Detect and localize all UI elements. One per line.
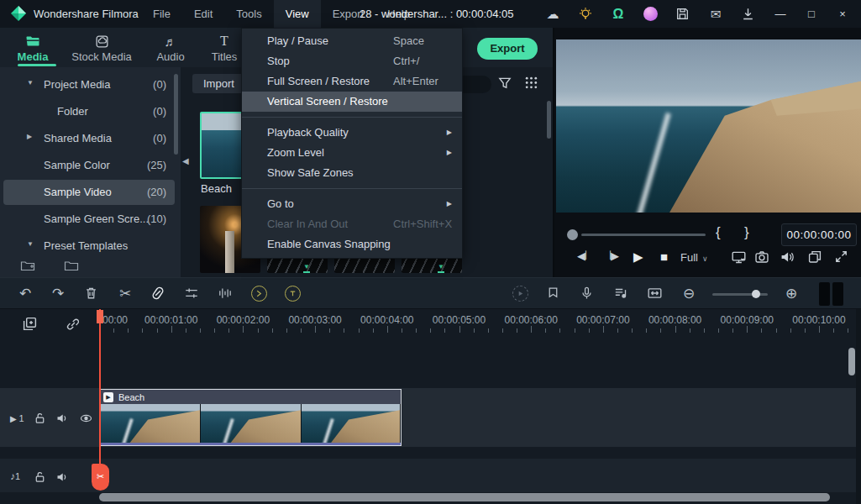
feedback-mail-icon[interactable]: ✉: [708, 7, 723, 22]
menubar-item-file[interactable]: File: [141, 0, 182, 28]
maximize-button[interactable]: □: [805, 8, 818, 20]
link-icon[interactable]: [66, 317, 81, 332]
sidebar-item-folder[interactable]: Folder(0): [3, 99, 175, 124]
preview-scrubber-track[interactable]: [581, 234, 706, 236]
sidebar-item-sample-green-scre-[interactable]: Sample Green Scre...(10): [3, 207, 175, 232]
twisty-icon[interactable]: ▼: [27, 79, 34, 87]
delete-trash-icon[interactable]: [84, 286, 101, 302]
split-scissors-icon[interactable]: ✂: [117, 286, 134, 302]
close-button[interactable]: ×: [836, 8, 849, 20]
zoom-out-icon[interactable]: ⊖: [680, 286, 697, 302]
view-menu-item-zoom-level[interactable]: Zoom Level▶: [242, 143, 462, 163]
stop-button[interactable]: ■: [660, 249, 668, 264]
lock-track-icon[interactable]: [34, 412, 46, 425]
playhead-split-handle[interactable]: ✂: [92, 464, 109, 491]
redo-icon[interactable]: ↷: [50, 286, 66, 302]
audio-keyframe-icon[interactable]: [218, 286, 234, 302]
view-menu-item-play-pause[interactable]: Play / PauseSpace: [242, 31, 462, 51]
sidebar-item-preset-templates[interactable]: ▼Preset Templates: [3, 234, 175, 259]
minimize-button[interactable]: —: [774, 8, 787, 20]
tab-stock-media[interactable]: Stock Media: [64, 28, 139, 67]
speed-ramping-icon[interactable]: [251, 286, 268, 302]
motion-tracking-icon[interactable]: [285, 286, 302, 302]
tips-bulb-icon[interactable]: [578, 7, 593, 22]
lock-track-icon[interactable]: [34, 470, 46, 484]
timeline-horizontal-scrollbar[interactable]: [99, 493, 830, 501]
tab-media[interactable]: Media: [5, 28, 60, 67]
sidebar-scrollbar[interactable]: [174, 74, 178, 155]
cloud-icon[interactable]: ☁: [545, 7, 560, 22]
view-menu-item-stop[interactable]: StopCtrl+/: [242, 51, 462, 71]
ruler-label: 00:00:04:00: [360, 314, 413, 326]
playhead-handle[interactable]: [97, 310, 103, 323]
undo-icon[interactable]: ↶: [17, 286, 34, 302]
filter-icon[interactable]: [497, 76, 512, 91]
ruler-label: 00:00:02:00: [217, 314, 270, 326]
fit-timeline-icon[interactable]: [647, 286, 664, 302]
download-icon[interactable]: [741, 7, 756, 22]
view-menu-item-playback-quality[interactable]: Playback Quality▶: [242, 123, 462, 143]
display-device-icon[interactable]: [731, 249, 747, 265]
collapse-panel-icon[interactable]: ◀: [182, 156, 189, 165]
twisty-icon[interactable]: ▼: [27, 240, 34, 248]
track-visibility-eye-icon[interactable]: [79, 412, 93, 425]
ruler-tick: [732, 328, 733, 333]
view-menu-item-enable-canvas-snapping[interactable]: Enable Canvas Snapping: [242, 234, 462, 255]
ruler-label: 00:00:05:00: [433, 314, 486, 326]
snapshot-camera-icon[interactable]: [754, 249, 769, 265]
twisty-icon[interactable]: ▶: [27, 133, 32, 140]
new-folder-icon[interactable]: [20, 259, 35, 272]
mute-speaker-icon[interactable]: [780, 249, 795, 265]
menubar-item-view[interactable]: View: [274, 0, 321, 28]
view-menu-item-show-safe-zones[interactable]: Show Safe Zones: [242, 163, 462, 183]
render-preview-icon[interactable]: [512, 286, 529, 302]
view-menu-item-full-screen-restore[interactable]: Full Screen / RestoreAlt+Enter: [242, 71, 462, 92]
playback-quality-dropdown[interactable]: Full∨: [680, 251, 708, 264]
track-volume-icon[interactable]: [55, 470, 69, 484]
save-icon[interactable]: [675, 7, 690, 22]
sidebar-item-shared-media[interactable]: ▶Shared Media(0): [3, 126, 175, 151]
fullscreen-expand-icon[interactable]: [834, 249, 848, 264]
menubar-item-tools[interactable]: Tools: [224, 0, 273, 28]
sidebar-item-project-media[interactable]: ▼Project Media(0): [3, 72, 175, 97]
media-panel-scrollbar[interactable]: [547, 101, 551, 139]
import-button[interactable]: Import: [192, 74, 245, 93]
adjust-sliders-icon[interactable]: [184, 286, 201, 302]
playhead-line[interactable]: [99, 309, 101, 465]
ruler-tick: [660, 328, 661, 333]
tab-audio[interactable]: ♬ Audio: [144, 28, 197, 67]
play-button[interactable]: ▶: [633, 249, 643, 265]
voiceover-mic-icon[interactable]: [580, 286, 596, 302]
grid-view-icon[interactable]: [524, 76, 539, 91]
add-track-icon[interactable]: [22, 316, 38, 332]
ruler-tick: [790, 328, 791, 333]
copy-frame-icon[interactable]: [807, 249, 822, 265]
previous-frame-button[interactable]: ◀▏: [577, 249, 591, 262]
view-menu-item-go-to[interactable]: Go to▶: [242, 194, 462, 214]
timeline-vertical-scrollbar[interactable]: [848, 348, 855, 375]
audio-track-lane[interactable]: [0, 459, 856, 492]
preview-scrubber-handle[interactable]: [567, 229, 578, 240]
ruler-tick: [589, 328, 590, 333]
preview-video-frame[interactable]: [556, 39, 861, 213]
sidebar-item-sample-color[interactable]: Sample Color(25): [3, 153, 175, 178]
timeline-clip-beach[interactable]: ▶ Beach: [99, 389, 402, 446]
delete-folder-icon[interactable]: [64, 259, 79, 272]
view-menu-item-vertical-screen-restore[interactable]: Vertical Screen / Restore: [242, 92, 462, 112]
timeline-zoom-slider-handle[interactable]: [752, 290, 760, 298]
crop-icon[interactable]: [150, 286, 167, 302]
view-menu-dropdown: Play / PauseSpaceStopCtrl+/Full Screen /…: [241, 28, 463, 259]
mark-in-icon[interactable]: {: [716, 224, 721, 241]
track-volume-icon[interactable]: [55, 412, 69, 425]
next-frame-button[interactable]: ▕▶: [605, 249, 619, 262]
sidebar-item-sample-video[interactable]: Sample Video(20): [3, 180, 175, 205]
audio-mixer-icon[interactable]: [613, 286, 630, 302]
account-avatar[interactable]: [643, 7, 658, 21]
mark-out-icon[interactable]: }: [744, 224, 749, 241]
ruler-tick: [359, 328, 360, 333]
support-headset-icon[interactable]: Ω: [611, 7, 626, 22]
marker-icon[interactable]: [546, 286, 563, 302]
export-button[interactable]: Export: [477, 38, 538, 60]
menubar-item-edit[interactable]: Edit: [182, 0, 224, 28]
zoom-in-icon[interactable]: ⊕: [783, 286, 800, 302]
